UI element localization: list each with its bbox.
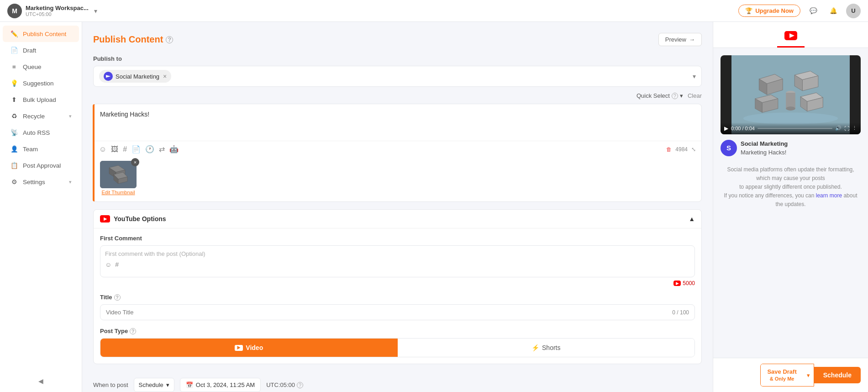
delete-icon[interactable]: 🗑 [666, 146, 672, 153]
post-type-label: Post Type ? [100, 328, 695, 334]
video-preview-container: ▶ 0:00 / 0:04 🔊 ⛶ ⋮ [721, 55, 861, 134]
content-area: Publish Content ? Preview → Publish to [82, 22, 868, 392]
clipboard-icon: 📋 [10, 161, 18, 170]
settings-chevron-icon: ▾ [69, 179, 72, 185]
quick-select-label[interactable]: Quick Select ? ▾ [637, 92, 683, 99]
title-input[interactable] [106, 309, 672, 316]
volume-icon[interactable]: 🔊 [835, 125, 842, 131]
title-input-row: 0 / 100 [100, 304, 695, 320]
publish-form: Publish Content ? Preview → Publish to [82, 22, 713, 392]
comment-hashtag-icon[interactable]: # [115, 261, 119, 268]
clear-button[interactable]: Clear [688, 92, 702, 99]
media-thumb [100, 161, 137, 188]
workspace-badge[interactable]: M Marketing Workspac... UTC+05:00 ▾ [7, 4, 97, 18]
schedule-select[interactable]: Schedule ▾ [134, 378, 174, 392]
gear-icon: ⚙ [10, 178, 18, 186]
selector-chevron-icon[interactable]: ▾ [693, 73, 696, 80]
content-editor[interactable]: Marketing Hacks! ☺ 🖼 # 📄 🕐 ⇄ 🤖 🗑 4984 ⤡ [93, 104, 702, 202]
comment-emoji-icon[interactable]: ☺ [105, 261, 111, 268]
more-icon[interactable]: ⋮ [852, 125, 857, 131]
workspace-info: Marketing Workspac... UTC+05:00 [26, 5, 89, 17]
media-close-button[interactable]: × [131, 158, 139, 166]
post-type-help-icon: ? [130, 328, 136, 334]
sidebar: ✏️ Publish Content 📄 Draft ≡ Queue 💡 Sug… [0, 22, 82, 392]
bell-icon: 🔔 [830, 7, 837, 14]
collapse-arrow-icon[interactable]: ▲ [689, 215, 695, 222]
preview-button[interactable]: Preview → [658, 33, 702, 46]
ai-icon[interactable]: 🤖 [169, 145, 179, 154]
help-icon[interactable]: ? [166, 36, 173, 43]
save-draft-button[interactable]: Save Draft& Only Me [761, 364, 803, 386]
notifications-button[interactable]: 🔔 [826, 4, 841, 18]
title-field: Title ? 0 / 100 [100, 294, 695, 320]
comment-char-count: 5000 [683, 280, 695, 286]
first-comment-toolbar: ☺ # [105, 261, 690, 268]
post-type-buttons: Video ⚡ Shorts [100, 338, 695, 357]
channel-chip-avatar [104, 72, 113, 81]
clock-icon[interactable]: 🕐 [145, 145, 154, 154]
play-icon[interactable]: ▶ [724, 125, 728, 132]
expand-icon[interactable]: ⤡ [691, 146, 696, 153]
media-edit-label[interactable]: Edit Thumbnail [100, 190, 137, 195]
header-right: 🏆 Upgrade Now 💬 🔔 U [738, 4, 861, 18]
sidebar-item-bulk-upload[interactable]: ⬆ Bulk Upload [3, 91, 79, 108]
first-comment-box[interactable]: First comment with the post (Optional) ☺… [100, 245, 695, 277]
upgrade-button[interactable]: 🏆 Upgrade Now [738, 5, 800, 17]
messages-button[interactable]: 💬 [806, 4, 821, 18]
timezone-badge[interactable]: UTC:05:00 ? [266, 381, 303, 388]
save-draft-chevron-button[interactable]: ▾ [803, 368, 814, 383]
first-comment-placeholder: First comment with the post (Optional) [105, 250, 690, 257]
sidebar-item-queue[interactable]: ≡ Queue [3, 58, 79, 75]
comment-char-row: 5000 [100, 280, 695, 286]
doc-icon[interactable]: 📄 [132, 145, 141, 154]
sidebar-collapse-button[interactable]: ◀ [0, 374, 82, 388]
channel-chip-label: Social Marketing [116, 73, 159, 80]
user-avatar[interactable]: U [846, 4, 861, 18]
list-icon: ≡ [10, 63, 18, 71]
recycle-chevron-icon: ▾ [69, 113, 72, 119]
sidebar-label-queue: Queue [23, 64, 72, 70]
channel-chip[interactable]: Social Marketing × [99, 70, 171, 83]
person-icon: 👤 [10, 145, 18, 153]
hashtag-icon[interactable]: # [123, 145, 127, 154]
message-icon: 💬 [810, 7, 817, 14]
bottom-action-bar: Save Draft& Only Me ▾ Schedule [713, 358, 868, 392]
sidebar-item-post-approval[interactable]: 📋 Post Approval [3, 157, 79, 174]
sidebar-item-suggestion[interactable]: 💡 Suggestion [3, 75, 79, 91]
channel-chip-close[interactable]: × [163, 73, 167, 80]
sidebar-item-publish[interactable]: ✏️ Publish Content [3, 26, 79, 42]
arrows-icon[interactable]: ⇄ [159, 145, 165, 154]
editor-body[interactable]: Marketing Hacks! [94, 104, 701, 141]
publish-to-chips: Social Marketing × [99, 70, 693, 83]
shorts-icon: ⚡ [531, 344, 539, 351]
learn-more-link[interactable]: learn more [816, 192, 842, 199]
quick-select-row: Quick Select ? ▾ Clear [93, 92, 702, 99]
progress-bar[interactable] [758, 128, 832, 129]
sidebar-item-settings[interactable]: ⚙ Settings ▾ [3, 174, 79, 190]
sidebar-item-recycle[interactable]: ♻ Recycle ▾ [3, 108, 79, 124]
preview-tab-youtube[interactable] [777, 27, 805, 48]
date-picker-button[interactable]: 📅 Oct 3, 2024, 11:25 AM [180, 378, 261, 392]
sidebar-item-auto-rss[interactable]: 📡 Auto RSS [3, 124, 79, 141]
sidebar-label-bulk-upload: Bulk Upload [23, 96, 72, 103]
video-button[interactable]: Video [100, 339, 398, 357]
video-yt-icon [235, 345, 243, 351]
fullscreen-icon[interactable]: ⛶ [844, 126, 849, 131]
shorts-button[interactable]: ⚡ Shorts [398, 339, 695, 357]
youtube-options-header[interactable]: YouTube Options ▲ [94, 210, 701, 228]
sidebar-label-team: Team [23, 146, 72, 153]
sidebar-bottom: ◀ [0, 374, 82, 388]
publish-to-selector[interactable]: Social Marketing × ▾ [93, 66, 702, 87]
save-draft-group: Save Draft& Only Me ▾ [760, 364, 814, 387]
svg-rect-12 [786, 93, 795, 109]
image-icon[interactable]: 🖼 [111, 145, 118, 154]
sidebar-item-team[interactable]: 👤 Team [3, 141, 79, 157]
workspace-name: Marketing Workspac... [26, 5, 89, 11]
schedule-button[interactable]: Schedule [814, 367, 861, 383]
editor-left-accent [93, 104, 95, 201]
emoji-icon[interactable]: ☺ [99, 145, 106, 154]
editor-text[interactable]: Marketing Hacks! [100, 111, 695, 118]
first-comment-label: First Comment [100, 235, 695, 242]
video-time: 0:00 / 0:04 [731, 126, 755, 131]
sidebar-item-draft[interactable]: 📄 Draft [3, 42, 79, 58]
